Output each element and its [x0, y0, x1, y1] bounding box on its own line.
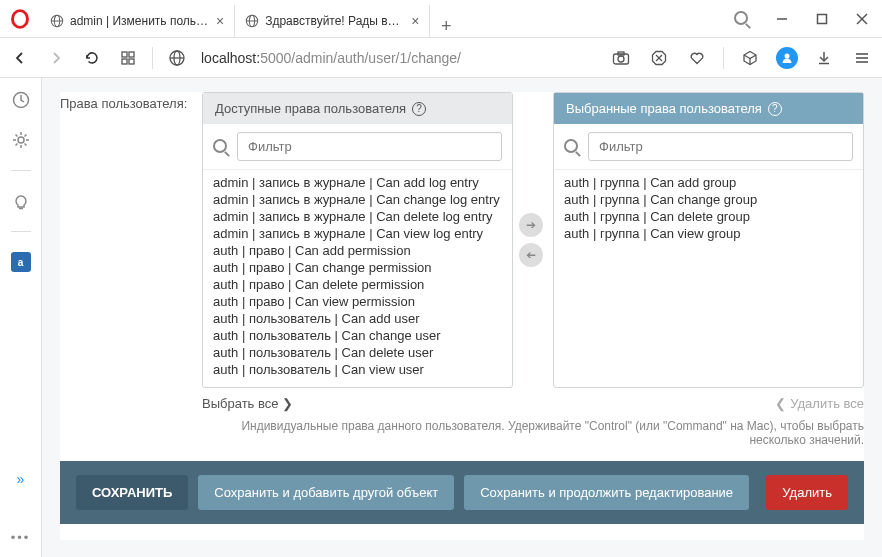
divider — [11, 170, 31, 171]
divider — [152, 47, 153, 69]
add-selected-button[interactable]: ➔ — [519, 213, 543, 237]
globe-icon — [50, 14, 64, 28]
list-item[interactable]: admin | запись в журнале | Can add log e… — [213, 174, 502, 191]
search-icon — [564, 139, 580, 155]
list-item[interactable]: auth | группа | Can change group — [564, 191, 853, 208]
save-continue-button[interactable]: Сохранить и продолжить редактирование — [464, 475, 749, 510]
list-item[interactable]: auth | право | Can add permission — [213, 242, 502, 259]
divider — [723, 47, 724, 69]
reload-button[interactable] — [80, 46, 104, 70]
list-item[interactable]: auth | пользователь | Can add user — [213, 310, 502, 327]
delete-button[interactable]: Удалить — [766, 475, 848, 510]
translate-icon[interactable]: а — [11, 252, 31, 272]
profile-avatar[interactable] — [776, 47, 798, 69]
remove-selected-button[interactable]: ➔ — [519, 243, 543, 267]
cube-icon[interactable] — [738, 46, 762, 70]
toolbar: localhost:5000/admin/auth/user/1/change/ — [0, 38, 882, 78]
available-list[interactable]: admin | запись в журнале | Can add log e… — [203, 169, 512, 387]
list-item[interactable]: auth | право | Can change permission — [213, 259, 502, 276]
menu-icon[interactable] — [850, 46, 874, 70]
chevron-left-icon: ❮ — [775, 396, 786, 411]
back-button[interactable] — [8, 46, 32, 70]
list-item[interactable]: auth | пользователь | Can delete user — [213, 344, 502, 361]
list-item[interactable]: auth | пользователь | Can view user — [213, 361, 502, 378]
help-icon[interactable]: ? — [412, 102, 426, 116]
list-item[interactable]: auth | группа | Can add group — [564, 174, 853, 191]
list-item[interactable]: auth | пользователь | Can change user — [213, 327, 502, 344]
search-button[interactable] — [722, 0, 762, 38]
save-add-button[interactable]: Сохранить и добавить другой объект — [198, 475, 454, 510]
download-icon[interactable] — [812, 46, 836, 70]
svg-point-19 — [618, 56, 624, 62]
heart-icon[interactable] — [685, 46, 709, 70]
svg-rect-8 — [818, 14, 827, 23]
page-content: Права пользователя: Доступные права поль… — [42, 78, 882, 557]
help-text: Индивидуальные права данного пользовател… — [202, 413, 864, 461]
chevron-right-icon: ❯ — [282, 396, 293, 411]
save-button[interactable]: СОХРАНИТЬ — [76, 475, 188, 510]
tab-1[interactable]: Здравствуйте! Рады вас в × — [235, 5, 430, 37]
search-icon — [213, 139, 229, 155]
title-bar: admin | Изменить пользов × Здравствуйте!… — [0, 0, 882, 38]
maximize-button[interactable] — [802, 0, 842, 38]
list-item[interactable]: admin | запись в журнале | Can view log … — [213, 225, 502, 242]
remove-all-link[interactable]: ❮ Удалить все — [547, 396, 864, 411]
svg-rect-13 — [122, 59, 127, 64]
card: Права пользователя: Доступные права поль… — [60, 92, 864, 540]
close-window-button[interactable] — [842, 0, 882, 38]
choose-all-link[interactable]: Выбрать все ❯ — [202, 396, 519, 411]
globe-icon — [245, 14, 259, 28]
tab-title-0: admin | Изменить пользов — [70, 14, 210, 28]
list-item[interactable]: auth | группа | Can view group — [564, 225, 853, 242]
opera-logo[interactable] — [0, 9, 40, 29]
available-permissions-panel: Доступные права пользователя ? admin | з… — [202, 92, 513, 388]
chosen-permissions-panel: Выбранные права пользователя ? auth | гр… — [553, 92, 864, 388]
opera-sidebar: а » ••• — [0, 78, 42, 557]
available-header: Доступные права пользователя ? — [203, 93, 512, 124]
svg-rect-12 — [129, 52, 134, 57]
gear-icon[interactable] — [11, 130, 31, 150]
site-info-icon[interactable] — [165, 46, 189, 70]
action-bar: СОХРАНИТЬ Сохранить и добавить другой об… — [60, 461, 864, 524]
transfer-buttons: ➔ ➔ — [519, 92, 547, 388]
new-tab-button[interactable]: + — [430, 16, 462, 37]
list-item[interactable]: admin | запись в журнале | Can change lo… — [213, 191, 502, 208]
window-controls — [722, 0, 882, 38]
list-item[interactable]: auth | право | Can delete permission — [213, 276, 502, 293]
minimize-button[interactable] — [762, 0, 802, 38]
tab-close-0[interactable]: × — [216, 13, 224, 29]
list-item[interactable]: auth | право | Can view permission — [213, 293, 502, 310]
chosen-list[interactable]: auth | группа | Can add groupauth | груп… — [554, 169, 863, 387]
svg-point-33 — [18, 137, 24, 143]
svg-point-26 — [785, 53, 790, 58]
permissions-label: Права пользователя: — [60, 92, 190, 111]
chosen-filter-input[interactable] — [588, 132, 853, 161]
tab-close-1[interactable]: × — [411, 13, 419, 29]
address-bar[interactable]: localhost:5000/admin/auth/user/1/change/ — [201, 50, 597, 66]
list-item[interactable]: auth | группа | Can delete group — [564, 208, 853, 225]
url-text: localhost:5000/admin/auth/user/1/change/ — [201, 50, 461, 66]
divider — [11, 231, 31, 232]
history-icon[interactable] — [11, 90, 31, 110]
lightbulb-icon[interactable] — [11, 191, 31, 211]
speed-dial-button[interactable] — [116, 46, 140, 70]
forward-button[interactable] — [44, 46, 68, 70]
svg-rect-14 — [129, 59, 134, 64]
help-icon[interactable]: ? — [768, 102, 782, 116]
available-filter-input[interactable] — [237, 132, 502, 161]
expand-sidebar-button[interactable]: » — [17, 471, 25, 487]
sidebar-menu-button[interactable]: ••• — [11, 530, 31, 545]
tab-title-1: Здравствуйте! Рады вас в — [265, 14, 405, 28]
tabs: admin | Изменить пользов × Здравствуйте!… — [40, 0, 722, 37]
adblock-icon[interactable] — [647, 46, 671, 70]
camera-icon[interactable] — [609, 46, 633, 70]
svg-rect-11 — [122, 52, 127, 57]
tab-0[interactable]: admin | Изменить пользов × — [40, 5, 235, 37]
svg-point-0 — [13, 10, 28, 27]
chosen-header: Выбранные права пользователя ? — [554, 93, 863, 124]
list-item[interactable]: admin | запись в журнале | Can delete lo… — [213, 208, 502, 225]
